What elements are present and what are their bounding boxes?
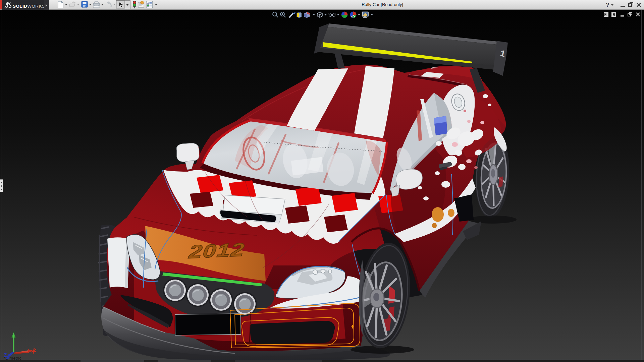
svg-text:2012: 2012 bbox=[187, 239, 246, 262]
